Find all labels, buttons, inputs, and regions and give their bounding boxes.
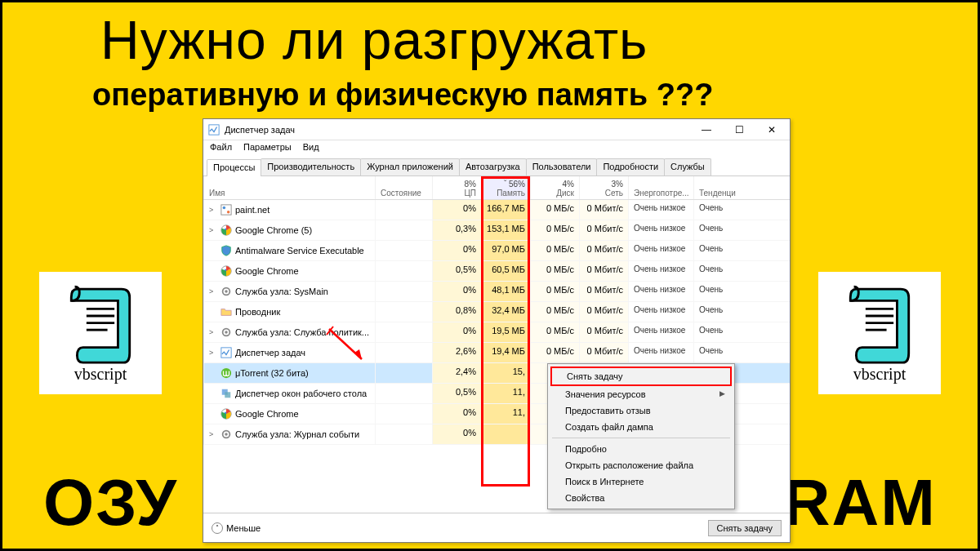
context-menu-item[interactable]: Поиск в Интернете: [550, 473, 732, 490]
header-trend[interactable]: Тенденци: [693, 176, 734, 199]
status-cell: [375, 302, 432, 322]
tab-processes[interactable]: Процессы: [207, 159, 261, 176]
svg-rect-9: [221, 205, 231, 215]
menu-separator: [552, 438, 730, 438]
status-cell: [375, 282, 432, 301]
maximize-button[interactable]: ☐: [723, 120, 755, 140]
status-cell: [375, 404, 432, 424]
status-cell: [375, 322, 432, 342]
logo-text: vbscript: [853, 365, 906, 384]
footer: ˄ Меньше Снять задачу: [203, 513, 790, 542]
process-icon: [220, 347, 232, 358]
table-row[interactable]: >paint.net0%166,7 МБ0 МБ/с0 Мбит/сОчень …: [203, 200, 790, 220]
cpu-cell: 0%: [432, 200, 481, 220]
end-task-button[interactable]: Снять задачу: [708, 520, 782, 536]
status-cell: [375, 424, 432, 444]
task-manager-icon: [208, 124, 220, 136]
header-disk[interactable]: 4%Диск: [530, 176, 579, 199]
memory-cell: 11,: [481, 384, 530, 403]
table-row[interactable]: Проводник0,8%32,4 МБ0 МБ/с0 Мбит/сОчень …: [203, 302, 790, 322]
power-cell: Очень низкое: [628, 343, 693, 362]
table-row[interactable]: >Диспетчер задач2,6%19,4 МБ0 МБ/с0 Мбит/…: [203, 343, 790, 363]
context-menu-item[interactable]: Значения ресурсов▶: [550, 386, 732, 402]
menu-options[interactable]: Параметры: [243, 142, 292, 155]
label-ozu: ОЗУ: [43, 465, 178, 540]
cpu-cell: 0%: [432, 241, 481, 260]
tab-startup[interactable]: Автозагрузка: [459, 158, 527, 176]
power-cell: Очень низкое: [628, 200, 693, 220]
power-cell: Очень низкое: [628, 302, 693, 322]
context-menu-item[interactable]: Свойства: [550, 490, 732, 506]
memory-cell: 15,: [481, 363, 530, 383]
header-cpu[interactable]: 8%ЦП: [432, 176, 481, 199]
tab-details[interactable]: Подробности: [596, 158, 665, 176]
status-cell: [375, 241, 432, 260]
cpu-cell: 0%: [432, 404, 481, 424]
menu-file[interactable]: Файл: [210, 142, 232, 155]
network-cell: 0 Мбит/с: [579, 282, 628, 301]
context-menu-item[interactable]: Подробно: [550, 441, 732, 457]
context-menu: Снять задачуЗначения ресурсов▶Предостави…: [547, 363, 735, 509]
context-menu-item[interactable]: Снять задачу: [550, 367, 732, 386]
process-name: Проводник: [235, 307, 280, 317]
disk-cell: 0 МБ/с: [530, 220, 579, 240]
tab-users[interactable]: Пользователи: [526, 158, 598, 176]
memory-cell: 166,7 МБ: [481, 200, 530, 220]
disk-cell: 0 МБ/с: [530, 200, 579, 220]
table-row[interactable]: >Служба узла: Служба политик...0%19,5 МБ…: [203, 322, 790, 343]
titlebar[interactable]: Диспетчер задач — ☐ ✕: [203, 119, 790, 140]
status-cell: [375, 384, 432, 403]
process-icon: [220, 265, 232, 277]
status-cell: [375, 220, 432, 240]
cpu-cell: 2,6%: [432, 343, 481, 362]
submenu-arrow-icon: ▶: [719, 389, 725, 398]
tab-services[interactable]: Службы: [664, 158, 711, 176]
svg-point-19: [225, 331, 228, 334]
memory-cell: 19,5 МБ: [481, 322, 530, 342]
context-menu-item[interactable]: Предоставить отзыв: [550, 402, 732, 419]
fewer-details-button[interactable]: ˄ Меньше: [212, 522, 261, 534]
process-icon: [220, 306, 232, 318]
menubar: Файл Параметры Вид: [203, 140, 790, 157]
header-power[interactable]: Энергопотре...: [628, 176, 693, 199]
scroll-icon: [64, 283, 137, 365]
memory-cell: 32,4 МБ: [481, 302, 530, 322]
network-cell: 0 Мбит/с: [579, 302, 628, 322]
memory-cell: 97,0 МБ: [481, 241, 530, 260]
table-row[interactable]: Google Chrome0,5%60,5 МБ0 МБ/с0 Мбит/сОч…: [203, 261, 790, 282]
process-icon: [220, 204, 232, 216]
cpu-cell: 2,4%: [432, 363, 481, 383]
process-name: Antimalware Service Executable: [235, 246, 364, 256]
svg-point-17: [225, 290, 228, 293]
header-memory[interactable]: ˇ 56%Память: [481, 176, 530, 199]
table-row[interactable]: Antimalware Service Executable0%97,0 МБ0…: [203, 241, 790, 261]
tab-app-history[interactable]: Журнал приложений: [360, 158, 460, 176]
process-name: Служба узла: SysMain: [235, 287, 328, 296]
context-menu-item[interactable]: Открыть расположение файла: [550, 457, 732, 473]
process-name: Диспетчер задач: [235, 348, 305, 358]
tab-performance[interactable]: Производительность: [261, 158, 361, 176]
disk-cell: 0 МБ/с: [530, 241, 579, 260]
table-row[interactable]: >Google Chrome (5)0,3%153,1 МБ0 МБ/с0 Мб…: [203, 220, 790, 241]
header-name[interactable]: Имя: [203, 176, 375, 199]
process-icon: [220, 327, 232, 338]
cpu-cell: 0,8%: [432, 302, 481, 322]
table-row[interactable]: >Служба узла: SysMain0%48,1 МБ0 МБ/с0 Мб…: [203, 282, 790, 302]
process-icon: [220, 429, 232, 440]
power-cell: Очень низкое: [628, 241, 693, 260]
disk-cell: 0 МБ/с: [530, 261, 579, 281]
header-network[interactable]: 3%Сеть: [579, 176, 628, 199]
context-menu-item[interactable]: Создать файл дампа: [550, 419, 732, 435]
vbscript-logo-right: vbscript: [818, 272, 941, 394]
menu-view[interactable]: Вид: [303, 142, 319, 155]
minimize-button[interactable]: —: [690, 120, 723, 140]
header-status[interactable]: Состояние: [375, 176, 432, 199]
window-title: Диспетчер задач: [225, 125, 690, 135]
close-button[interactable]: ✕: [755, 120, 788, 140]
network-cell: 0 Мбит/с: [579, 220, 628, 240]
process-name: Диспетчер окон рабочего стола: [235, 389, 367, 398]
trend-cell: Очень: [693, 200, 734, 220]
process-icon: [220, 388, 232, 399]
svg-point-11: [227, 211, 230, 214]
process-name: Google Chrome: [235, 409, 299, 419]
